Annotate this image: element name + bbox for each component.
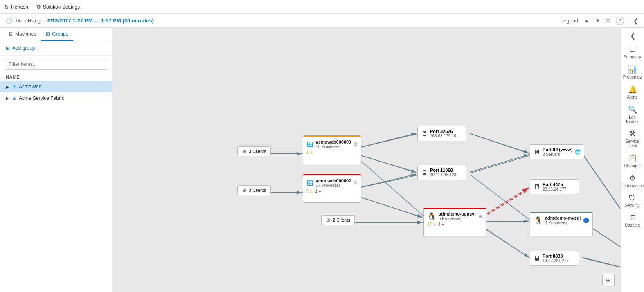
clients2-node[interactable]: 🖥 3 Clients	[237, 185, 271, 195]
refresh-icon: ↻	[4, 4, 9, 10]
help-button[interactable]: ?	[616, 17, 624, 25]
admdemo-appsvr-processes: 6 Processes	[439, 216, 476, 221]
settings-icon: ⊕	[354, 180, 358, 186]
sidebar-item-summary[interactable]: ☰ Summary	[621, 43, 644, 62]
svg-line-22	[355, 133, 416, 148]
port32526-sub: 168.63.129.16	[430, 134, 456, 138]
windows-icon: ⊞	[306, 139, 313, 149]
add-group-label: Add group	[12, 45, 35, 51]
fit-icon: ⊞	[606, 277, 611, 283]
client-icon: 🖥	[242, 188, 246, 193]
port11068-node[interactable]: 🖥 Port 11068 40.114.46.128	[417, 165, 466, 180]
sidebar-alerts-label: Alerts	[627, 95, 638, 99]
sidebar-item-alerts[interactable]: 🔔 Alerts	[621, 83, 644, 102]
port32526-title: Port 32526	[430, 129, 456, 134]
port32526-node[interactable]: 🖥 Port 32526 168.63.129.16	[417, 126, 466, 141]
port4475-node[interactable]: 🖥 Port 4475 23.96.24.177	[530, 179, 579, 194]
collapse-down-button[interactable]: ▼	[595, 18, 600, 24]
err-badge: 4 ●	[438, 222, 444, 227]
port80-title: Port 80 (www)	[543, 147, 572, 152]
tabs-container: 🖥 Machines ⊞ Groups	[0, 28, 112, 41]
list-item-acme-service-fabric[interactable]: ▶ ⊞ Acme Service Fabric	[0, 92, 112, 104]
sidebar-item-service-desk[interactable]: 🛠 Service Desk	[621, 127, 644, 150]
acmeweb000002-title: acmeweb000002	[316, 178, 351, 183]
group-icon: ⊞	[12, 95, 16, 101]
gear-icon: ⚙	[36, 4, 41, 10]
refresh-button[interactable]: ↻ Refresh	[4, 4, 28, 10]
sidebar-item-properties[interactable]: 📊 Properties	[621, 63, 644, 82]
clients1-node[interactable]: 🖥 3 Clients	[237, 146, 271, 156]
server-icon: 🖥	[534, 255, 540, 262]
warn-badge: 1 ⚠	[306, 150, 313, 155]
admdemo-appsvr-node[interactable]: 🐧 admdemo-appsvr 6 Processes ⊕ 17 ⚠ 4 ●	[423, 208, 486, 236]
port11068-title: Port 11068	[430, 168, 456, 173]
list-item-acmeweb[interactable]: ▶ ⊞ AcmeWeb	[0, 81, 112, 92]
timerange-left: 🕐 Time Range: 6/13/2017 1:27 PM — 1:57 P…	[6, 18, 154, 24]
tab-machines[interactable]: 🖥 Machines	[3, 28, 41, 41]
port4475-sub: 23.96.24.177	[543, 187, 566, 191]
filter-button[interactable]: ▽	[606, 18, 610, 24]
clients2-label: 3 Clients	[249, 188, 266, 193]
collapse-up-button[interactable]: ▲	[584, 18, 589, 24]
tab-groups-label: Groups	[52, 31, 68, 37]
globe-icon: 🌐	[575, 149, 581, 155]
acmeweb000002-node[interactable]: ⊞ acmeweb000002 17 Processes ⊕ 5 ⚠ 1 ●	[303, 174, 361, 203]
clients3-label: 2 Clients	[333, 218, 350, 222]
linux-icon: 🐧	[427, 212, 436, 221]
solution-settings-button[interactable]: ⚙ Solution Settings	[36, 4, 80, 10]
client-icon: 🖥	[326, 218, 330, 222]
timerange-label: Time Range:	[15, 18, 45, 24]
server-icon: 🖥	[534, 183, 540, 191]
sidebar-performance-label: Performance	[621, 184, 644, 188]
clients1-label: 3 Clients	[249, 149, 266, 154]
svg-line-27	[470, 155, 529, 172]
fit-view-button[interactable]: ⊞	[602, 274, 615, 286]
sidebar-log-events-label: Log Events	[623, 115, 642, 124]
collapse-sidebar-button[interactable]: ❮	[630, 18, 638, 24]
properties-icon: 📊	[628, 65, 637, 74]
sidebar-collapse-button[interactable]: ❮	[624, 29, 641, 42]
svg-line-24	[355, 174, 416, 189]
svg-line-3	[356, 134, 417, 148]
server-icon: 🖥	[421, 130, 428, 137]
linux-icon: 🐧	[534, 216, 543, 225]
filter-input[interactable]	[5, 59, 107, 70]
security-icon: 🛡	[629, 194, 636, 202]
list-item-acmeweb-label: AcmeWeb	[19, 84, 41, 90]
clients3-node[interactable]: 🖥 2 Clients	[321, 215, 355, 225]
admdemo-mysql-node[interactable]: 🐧 admdemo-mysql 4 Processes 🔵	[530, 212, 593, 236]
sidebar-item-performance[interactable]: ⚙ Performance	[621, 171, 644, 191]
acmeweb000000-node[interactable]: ⊞ acmeweb000000 18 Processes ⊕ 1 ⚠	[303, 135, 361, 164]
port8833-node[interactable]: 🖥 Port 8833 13.92.251.217	[530, 251, 579, 266]
timebar-right: Legend ▲ ▼ ▽ ? ❮	[561, 17, 638, 25]
windows-icon: ⊞	[306, 178, 313, 188]
sidebar-item-security[interactable]: 🛡 Security	[621, 191, 644, 210]
info-icon: 🔵	[583, 218, 589, 223]
svg-line-5	[356, 175, 417, 189]
svg-line-33	[582, 257, 620, 279]
sidebar-security-label: Security	[625, 203, 639, 208]
left-panel: 🖥 Machines ⊞ Groups ⊞ Add group NAME ▶ ⊞…	[0, 28, 113, 292]
svg-line-8	[471, 134, 530, 154]
sidebar-item-updates[interactable]: 🖥 Updates	[621, 211, 644, 230]
svg-line-25	[355, 195, 422, 217]
settings-icon: ⊕	[479, 213, 483, 219]
svg-line-26	[470, 133, 529, 153]
warn-badge: 17 ⚠	[427, 222, 437, 227]
port80-node[interactable]: 🖥 Port 80 (www) 2 Servers 🌐	[530, 144, 584, 159]
sidebar-item-log-events[interactable]: 🔍 Log Events	[621, 103, 644, 126]
svg-line-9	[471, 155, 530, 173]
tab-groups[interactable]: ⊞ Groups	[41, 28, 73, 41]
server-icon: 🖥	[534, 148, 540, 156]
port8833-sub: 13.92.251.217	[543, 258, 569, 263]
acmeweb000000-processes: 18 Processes	[316, 144, 351, 149]
log-events-icon: 🔍	[628, 105, 637, 114]
expand-arrow-icon: ▶	[6, 85, 9, 89]
sidebar-changes-label: Changes	[624, 164, 640, 168]
sidebar-properties-label: Properties	[623, 75, 642, 79]
solution-settings-label: Solution Settings	[43, 4, 80, 10]
add-group-button[interactable]: ⊞ Add group	[0, 41, 112, 56]
sidebar-item-changes[interactable]: 📋 Changes	[621, 151, 644, 171]
tab-machines-label: Machines	[15, 31, 36, 37]
list-header: NAME	[0, 73, 112, 81]
